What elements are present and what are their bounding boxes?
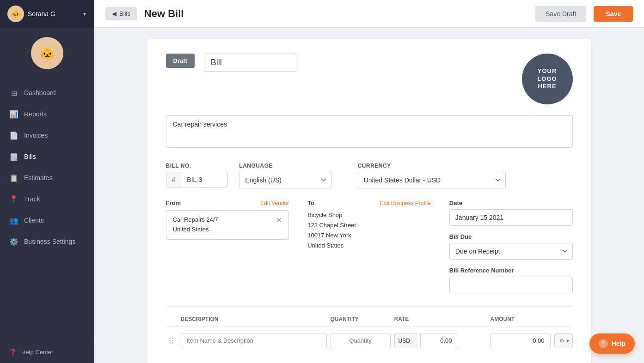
logo-placeholder: YOURLOGOHERE	[522, 54, 573, 104]
to-name: Bicycle Shop	[307, 210, 431, 220]
help-center-icon: ❓	[9, 349, 17, 356]
language-label: Language	[239, 163, 346, 169]
date-label: Date	[449, 200, 573, 206]
sidebar-item-invoices[interactable]: 📄 Invoices	[0, 125, 94, 146]
drag-dot	[172, 338, 173, 339]
edit-vendor-link[interactable]: Edit Vendor	[260, 200, 289, 206]
rate-currency-select[interactable]: USD	[394, 333, 418, 348]
bill-meta-row: Bill No. # Language English (US) Currenc…	[166, 163, 573, 188]
help-button[interactable]: ? Help	[589, 333, 635, 354]
table-row: USD ⚙ ▾	[166, 330, 573, 351]
date-input[interactable]	[449, 209, 573, 226]
bill-reference-label: Bill Reference Number	[449, 267, 573, 274]
gear-button[interactable]: ⚙ ▾	[554, 333, 573, 348]
description-textarea[interactable]: Car repair services	[166, 115, 573, 148]
vendor-info: Car Repairs 24/7 United States	[173, 215, 218, 235]
from-header: From Edit Vendor	[166, 200, 289, 206]
amount-input[interactable]	[491, 333, 551, 348]
quantity-input[interactable]	[331, 333, 391, 348]
content-area: Draft YOURLOGOHERE Car repair services B…	[94, 28, 644, 363]
table-header: Description Quantity Rate Amount	[166, 316, 573, 327]
sidebar-item-bills[interactable]: 🗒️ Bills	[0, 146, 94, 167]
sidebar-item-clients[interactable]: 👥 Clients	[0, 210, 94, 231]
currency-group: Currency United States Dollar - USD	[358, 163, 573, 188]
drag-dot	[169, 342, 171, 344]
gear-icon: ⚙	[559, 338, 564, 344]
save-button[interactable]: Save	[594, 6, 633, 22]
to-city-zip: 10017 New York	[307, 230, 431, 241]
sidebar-item-label: Dashboard	[24, 89, 56, 97]
divider	[166, 306, 573, 307]
topbar: ◀ Bills New Bill Save Draft Save	[94, 0, 644, 28]
hash-prefix: #	[166, 172, 182, 187]
sidebar-item-label: Invoices	[24, 132, 48, 139]
drag-dot	[172, 342, 173, 344]
sidebar-item-track[interactable]: 📍 Track	[0, 188, 94, 210]
vendor-country: United States	[173, 225, 218, 235]
language-group: Language English (US)	[239, 163, 346, 188]
track-icon: 📍	[9, 194, 18, 204]
main-area: ◀ Bills New Bill Save Draft Save Draft Y…	[94, 0, 644, 363]
drag-handle[interactable]	[166, 338, 177, 344]
sidebar-item-business-settings[interactable]: ⚙️ Business Settings	[0, 231, 94, 252]
item-description-input[interactable]	[181, 333, 327, 348]
drag-dot	[169, 338, 171, 339]
page-title: New Bill	[144, 8, 528, 20]
drag-dot	[169, 340, 171, 341]
chevron-left-icon: ◀	[112, 10, 117, 17]
sidebar-item-label: Bills	[24, 153, 36, 160]
language-select[interactable]: English (US)	[239, 172, 331, 188]
bill-header: Draft YOURLOGOHERE	[166, 54, 573, 104]
sidebar: 🐱 Sorana G ▼ 🐱 ⊞ Dashboard 📊 Reports 📄 I…	[0, 0, 94, 363]
to-title: To	[307, 200, 314, 206]
col-amount: Amount	[491, 316, 551, 322]
help-center-link[interactable]: ❓ Help Center	[0, 341, 94, 363]
bill-due-select[interactable]: Due on Receipt	[449, 243, 573, 260]
sidebar-item-dashboard[interactable]: ⊞ Dashboard	[0, 82, 94, 103]
sidebar-item-reports[interactable]: 📊 Reports	[0, 103, 94, 125]
sidebar-item-estimates[interactable]: 📋 Estimates	[0, 167, 94, 188]
to-address: Bicycle Shop 123 Chapel Street 10017 New…	[307, 210, 431, 251]
from-box: From Edit Vendor Car Repairs 24/7 United…	[166, 200, 289, 293]
save-draft-button[interactable]: Save Draft	[535, 6, 586, 22]
sidebar-nav: ⊞ Dashboard 📊 Reports 📄 Invoices 🗒️ Bill…	[0, 79, 94, 341]
bill-due-group: Bill Due Due on Receipt	[449, 233, 573, 260]
estimates-icon: 📋	[9, 173, 18, 182]
bill-no-group: Bill No. #	[166, 163, 228, 188]
help-center-label: Help Center	[21, 349, 53, 356]
to-header: To Edit Business Profile	[307, 200, 431, 206]
help-circle-icon: ?	[599, 339, 608, 348]
help-label: Help	[612, 340, 626, 347]
sidebar-item-label: Track	[24, 195, 40, 203]
vendor-card: Car Repairs 24/7 United States ✕	[166, 210, 289, 240]
rate-container: USD	[394, 333, 487, 348]
bill-no-input[interactable]	[181, 172, 227, 187]
bill-type-input[interactable]	[204, 54, 296, 72]
col-quantity: Quantity	[331, 316, 391, 322]
bills-icon: 🗒️	[9, 152, 18, 161]
vendor-name: Car Repairs 24/7	[173, 215, 218, 225]
date-group: Date	[449, 200, 573, 226]
currency-select[interactable]: United States Dollar - USD	[358, 172, 506, 188]
avatar: 🐱	[7, 6, 24, 22]
sidebar-logo-area: 🐱	[0, 28, 94, 79]
sidebar-item-label: Clients	[24, 217, 44, 224]
bill-reference-input[interactable]	[449, 277, 573, 293]
to-street: 123 Chapel Street	[307, 220, 431, 230]
gear-chevron-icon: ▾	[566, 338, 569, 344]
rate-input[interactable]	[420, 333, 457, 348]
to-country: United States	[307, 241, 431, 251]
bill-reference-group: Bill Reference Number	[449, 267, 573, 293]
back-button[interactable]: ◀ Bills	[105, 7, 137, 20]
sidebar-item-label: Business Settings	[24, 238, 75, 245]
clients-icon: 👥	[9, 216, 18, 225]
date-section: Date Bill Due Due on Receipt Bill Refere…	[449, 200, 573, 293]
draft-badge: Draft	[166, 54, 195, 68]
to-box: To Edit Business Profile Bicycle Shop 12…	[307, 200, 431, 293]
user-menu[interactable]: 🐱 Sorana G ▼	[0, 0, 94, 28]
invoices-icon: 📄	[9, 131, 18, 140]
vendor-clear-button[interactable]: ✕	[276, 214, 282, 226]
edit-business-profile-link[interactable]: Edit Business Profile	[380, 200, 431, 206]
bill-card: Draft YOURLOGOHERE Car repair services B…	[147, 39, 591, 363]
col-description: Description	[181, 316, 327, 322]
